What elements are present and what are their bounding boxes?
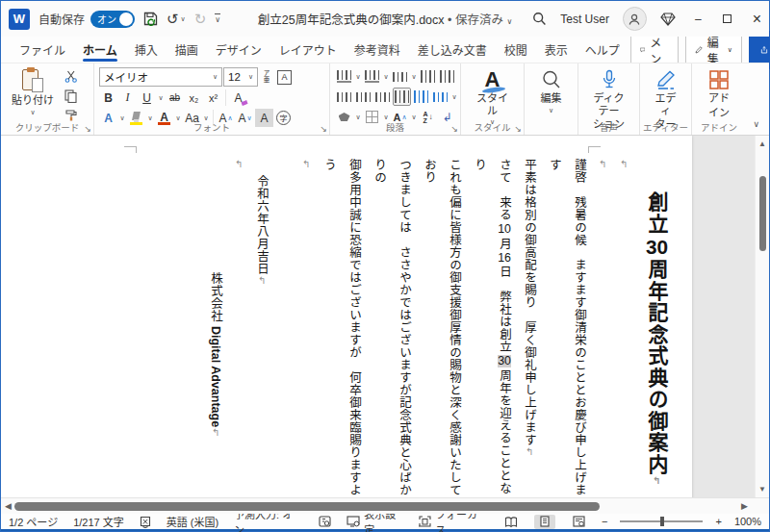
print-layout-button[interactable] — [534, 515, 555, 529]
zoom-slider[interactable] — [620, 520, 703, 522]
tab-参考資料[interactable]: 参考資料 — [346, 38, 409, 63]
paste-button[interactable]: 貼り付け ∨ — [6, 67, 60, 118]
document-area[interactable]: 創立30周年記念式典の御案内↰↰↰謹啓 残暑の候 ますます御清栄のこととお慶び申… — [1, 136, 769, 497]
scroll-right-icon[interactable]: ▶ — [741, 501, 748, 511]
styles-icon: A — [485, 69, 500, 90]
distribute-button[interactable] — [412, 88, 430, 106]
user-name[interactable]: Test User — [560, 13, 609, 26]
font-group: メイリオ∨ 12∨ ア亜 A B I U∨ ab x₂ x² A A∨ — [94, 63, 330, 135]
tab-校閲[interactable]: 校閲 — [496, 38, 536, 63]
copy-button[interactable] — [62, 87, 80, 105]
tab-表示[interactable]: 表示 — [536, 38, 577, 63]
document-line: ↰ — [592, 159, 613, 497]
page-indicator[interactable]: 1/2 ページ — [9, 514, 58, 529]
align-center-button[interactable] — [354, 88, 372, 106]
bold-button[interactable]: B — [99, 89, 117, 107]
addins-button[interactable]: アド イン — [703, 67, 735, 120]
collapse-ribbon-icon[interactable]: ∨ — [753, 119, 759, 129]
undo-dropdown-icon[interactable]: ∨ — [181, 15, 186, 22]
paragraph-mark: ↰ — [211, 427, 221, 438]
cut-button[interactable] — [62, 67, 80, 86]
subscript-button[interactable]: x₂ — [185, 89, 203, 107]
font-size-combobox[interactable]: 12∨ — [223, 67, 258, 87]
tab-ホーム[interactable]: ホーム — [74, 38, 126, 63]
quick-access-more-icon[interactable]: ∨ — [215, 13, 220, 24]
zoom-out-button[interactable]: − — [602, 516, 607, 527]
word-logo-icon[interactable]: W — [9, 9, 30, 30]
document-line: 株式会社 Digital Advantage↰ — [203, 159, 228, 497]
vertical-scroll-thumb[interactable] — [759, 176, 766, 251]
tab-挿入[interactable]: 挿入 — [126, 38, 167, 63]
input-mode-icon[interactable] — [319, 516, 331, 527]
comment-icon — [640, 44, 645, 56]
tab-ヘルプ[interactable]: ヘルプ — [577, 38, 629, 63]
paragraph-mark: ↰ — [619, 159, 629, 169]
character-border-button[interactable]: A — [275, 68, 294, 87]
save-icon[interactable] — [143, 12, 158, 26]
align-left-button[interactable] — [335, 88, 353, 106]
autosave-toggle[interactable]: オン — [90, 11, 135, 28]
focus-icon — [419, 516, 431, 527]
word-count[interactable]: 1/217 文字 — [73, 514, 124, 529]
redo-button[interactable]: ↻ — [194, 12, 207, 26]
zoom-slider-thumb[interactable] — [660, 517, 664, 526]
paste-clipboard-icon — [22, 69, 43, 92]
toggle-knob — [119, 13, 133, 26]
tab-差し込み文書[interactable]: 差し込み文書 — [409, 38, 496, 63]
scroll-down-icon[interactable]: ▼ — [756, 485, 769, 494]
clipboard-dialog-launcher[interactable]: ↘ — [84, 124, 91, 134]
horizontal-scrollbar[interactable]: ◀ ▶ — [1, 497, 769, 514]
strikethrough-button[interactable]: ab — [166, 89, 184, 107]
display-settings-icon — [346, 516, 360, 527]
align-right-button[interactable] — [373, 88, 392, 106]
tab-ファイル[interactable]: ファイル — [11, 38, 74, 63]
increase-indent-button[interactable] — [438, 67, 456, 86]
saved-status[interactable]: • 保存済み — [448, 13, 503, 27]
underline-dropdown[interactable]: ∨ — [157, 94, 165, 102]
vertical-scrollbar[interactable]: ▲ ▼ — [755, 136, 769, 497]
horizontal-scroll-thumb[interactable] — [14, 502, 600, 511]
web-layout-button[interactable] — [568, 515, 589, 529]
bullets-button[interactable] — [335, 67, 353, 86]
autosave-control[interactable]: 自動保存 オン — [38, 11, 135, 28]
avatar[interactable] — [623, 7, 647, 31]
clear-formatting-button[interactable]: A — [229, 89, 247, 107]
tab-デザイン[interactable]: デザイン — [207, 38, 270, 63]
document-line: 御多用中誠に恐縮ではございますが 何卒御来臨賜りますよう — [317, 159, 367, 497]
italic-button[interactable]: I — [118, 89, 137, 107]
underline-button[interactable]: U — [138, 89, 156, 107]
font-dialog-launcher[interactable]: ↘ — [320, 124, 327, 134]
minimize-button[interactable]: – — [695, 13, 702, 26]
numbering-button[interactable] — [363, 67, 381, 86]
superscript-button[interactable]: x² — [204, 89, 222, 107]
styles-button[interactable]: A スタイル ∨ — [466, 67, 519, 128]
read-mode-button[interactable] — [500, 515, 522, 529]
phonetic-guide-button[interactable]: ア亜 — [259, 68, 274, 87]
font-name-combobox[interactable]: メイリオ∨ — [99, 67, 222, 87]
paragraph-dialog-launcher[interactable]: ↘ — [450, 124, 458, 134]
language-indicator[interactable]: 英語 (米国) — [167, 514, 218, 529]
zoom-level[interactable]: 100% — [734, 516, 761, 527]
editing-button[interactable]: 編集 ∨ — [535, 67, 568, 116]
premium-gem-icon[interactable] — [660, 13, 676, 26]
addins-grid-icon — [708, 69, 730, 90]
tab-描画[interactable]: 描画 — [167, 38, 207, 63]
copy-icon — [64, 89, 77, 103]
vertical-text-body[interactable]: 創立30周年記念式典の御案内↰↰↰謹啓 残暑の候 ますます御清栄のこととお慶び申… — [203, 136, 679, 497]
multilevel-list-button[interactable] — [391, 67, 409, 86]
proofing-icon[interactable] — [140, 516, 151, 528]
search-icon[interactable] — [532, 12, 547, 26]
close-button[interactable]: × — [753, 11, 761, 28]
maximize-button[interactable] — [723, 14, 732, 23]
tab-レイアウト[interactable]: レイアウト — [270, 38, 346, 63]
scroll-left-icon[interactable]: ◀ — [5, 501, 12, 511]
styles-dialog-launcher[interactable]: ↘ — [514, 124, 522, 134]
zoom-in-button[interactable]: + — [715, 516, 721, 527]
decrease-indent-button[interactable] — [419, 67, 437, 86]
scroll-up-icon[interactable]: ▲ — [756, 139, 769, 148]
title-dropdown-icon[interactable]: ∨ — [506, 17, 512, 26]
undo-button[interactable]: ↺∨ — [167, 12, 186, 26]
justify-button[interactable] — [393, 88, 411, 106]
font-group-label: フォント — [94, 120, 329, 134]
line-spacing-button[interactable] — [431, 88, 449, 106]
